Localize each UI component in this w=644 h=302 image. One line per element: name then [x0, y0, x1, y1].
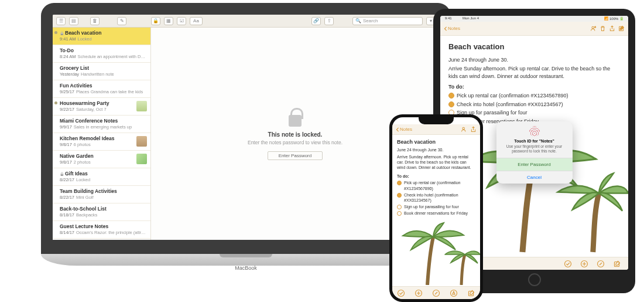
note-list-item[interactable]: To-Do 8:24 AMSchedule an appointment wit… — [53, 45, 150, 63]
back-label: Notes — [448, 26, 460, 31]
todo-text: Sign up for parasailing for four — [404, 204, 459, 209]
todo-checkbox[interactable] — [397, 181, 402, 185]
locked-title: This note is locked. — [268, 131, 323, 138]
note-list-item[interactable]: Beach vacation 9:41 AMLocked — [53, 28, 150, 45]
compose-new-icon[interactable] — [467, 289, 475, 297]
todo-header: To do: — [397, 174, 475, 179]
note-text: Arrive Sunday afternoon. Pick up rental … — [397, 154, 475, 171]
checklist-icon[interactable]: ☑ — [177, 17, 186, 25]
markup-icon[interactable] — [450, 289, 458, 297]
touchid-title: Touch ID for "Notes" — [496, 139, 573, 143]
iphone-bottom-toolbar — [392, 286, 480, 299]
lock-toolbar-icon[interactable]: 🔒 — [151, 17, 160, 25]
todo-item[interactable]: Pick up rental car (confirmation #X12345… — [397, 180, 475, 191]
back-label: Notes — [400, 127, 412, 132]
compose-icon[interactable] — [618, 25, 625, 32]
back-button[interactable]: Notes — [444, 26, 460, 31]
note-thumbnail — [136, 136, 147, 147]
todo-text: Book dinner reservations for Friday — [404, 211, 468, 216]
note-list-item[interactable]: Gift Ideas 8/22/17Locked — [53, 168, 150, 186]
note-list-item[interactable]: Grocery List YesterdayHandwritten note — [53, 63, 150, 80]
back-button[interactable]: Notes — [396, 127, 412, 132]
ipad-status-bar: 9:41 Mon Jun 4 📶 100% 🔋 — [440, 16, 628, 22]
todo-checkbox[interactable] — [397, 193, 402, 198]
mac-toolbar: ☰ ▤ 🗑 ✎ 🔒 ▦ ☑ Aa 🔗 ⇪ 🔍 Search ▾ — [53, 15, 439, 28]
note-thumbnail — [136, 154, 147, 164]
note-text: Arrive Sunday afternoon. Pick up rental … — [448, 65, 620, 80]
note-dates: June 24 through June 30. — [397, 147, 475, 152]
todo-item[interactable]: Pick up rental car (confirmation #X12345… — [448, 92, 620, 100]
note-title: Beach vacation — [448, 42, 620, 53]
share-icon[interactable] — [608, 25, 615, 32]
add-people-icon[interactable] — [590, 25, 597, 32]
sketch-icon[interactable] — [432, 289, 440, 297]
note-list-item[interactable]: Fun Activities 9/25/17Places Grandma can… — [53, 80, 150, 98]
todo-checkbox[interactable] — [397, 205, 402, 209]
touchid-subtitle: Use your fingerprint or enter your passw… — [496, 143, 573, 158]
attach-icon[interactable]: 🔗 — [311, 17, 321, 25]
todo-text: Pick up rental car (confirmation #X12345… — [404, 180, 475, 191]
todo-text: Check into hotel (confirmation #XX012345… — [404, 192, 475, 203]
camera-icon[interactable] — [580, 260, 588, 268]
list-view-icon[interactable]: ▤ — [69, 17, 78, 25]
todo-item[interactable]: Sign up for parasailing for four — [397, 204, 475, 209]
format-icon[interactable]: Aa — [190, 17, 203, 25]
locked-subtitle: Enter the notes password to view this no… — [248, 140, 342, 145]
enter-password-button[interactable]: Enter Password — [496, 158, 573, 171]
svg-point-3 — [565, 260, 571, 267]
home-button[interactable] — [528, 273, 541, 286]
todo-checkbox[interactable] — [448, 101, 454, 107]
search-placeholder: Search — [363, 18, 378, 23]
notes-sidebar: Beach vacation 9:41 AMLockedTo-Do 8:24 A… — [53, 28, 151, 240]
cancel-button[interactable]: Cancel — [496, 171, 573, 184]
todo-item[interactable]: Book dinner reservations for Friday — [397, 211, 475, 216]
note-list-item[interactable]: Team Building Activities 8/22/17Mini Gol… — [53, 186, 150, 203]
search-icon: 🔍 — [355, 18, 361, 23]
trash-icon[interactable]: 🗑 — [90, 17, 100, 25]
note-list-item[interactable]: Back-to-School List 8/18/17Backpacks — [53, 203, 150, 221]
checklist-icon[interactable] — [397, 289, 405, 297]
todo-text: Pick up rental car (confirmation #X12345… — [457, 92, 568, 100]
todo-text: Check into hotel (confirmation #XX012345… — [457, 101, 563, 108]
svg-point-0 — [591, 26, 593, 28]
todo-header: To do: — [448, 83, 620, 91]
search-input[interactable]: 🔍 Search — [352, 17, 423, 25]
note-list-item[interactable]: Miami Conference Notes 9/9/17Sales in em… — [53, 116, 150, 133]
note-title: Beach vacation — [397, 138, 475, 145]
add-people-icon[interactable] — [460, 126, 467, 133]
camera-icon[interactable] — [415, 289, 423, 297]
iphone-header: Notes — [392, 124, 480, 135]
iphone-device: Notes Beach vacation June 24 through Jun… — [389, 114, 483, 302]
note-list-item[interactable]: Summer Reading 8/5/17Goal: Read one book… — [53, 239, 150, 240]
compose-icon[interactable]: ✎ — [117, 17, 126, 25]
table-icon[interactable]: ▦ — [164, 17, 173, 25]
macbook-label: MacBook — [235, 265, 257, 271]
fingerprint-icon — [529, 126, 540, 137]
share-mac-icon[interactable]: ⇪ — [324, 17, 334, 25]
todo-item[interactable]: Check into hotel (confirmation #XX012345… — [397, 192, 475, 203]
note-list-item[interactable]: Native Garden 9/8/172 photos — [53, 151, 150, 168]
note-list-item[interactable]: Kitchen Remodel Ideas 9/8/176 photos — [53, 133, 150, 151]
todo-checkbox[interactable] — [397, 211, 402, 216]
note-list-item[interactable]: Housewarming Party 9/22/17Saturday, Oct … — [53, 98, 150, 116]
note-dates: June 24 through June 30. — [448, 56, 620, 64]
svg-point-7 — [462, 127, 464, 129]
compose-new-icon[interactable] — [613, 260, 621, 268]
todo-item[interactable]: Check into hotel (confirmation #XX012345… — [448, 101, 620, 108]
enter-password-button[interactable]: Enter Password — [268, 151, 323, 160]
share-icon[interactable] — [470, 126, 477, 133]
trash-icon[interactable] — [599, 25, 606, 32]
note-thumbnail — [136, 101, 147, 111]
svg-point-8 — [398, 290, 405, 296]
todo-checkbox[interactable] — [448, 93, 454, 99]
ipad-header: Notes — [440, 22, 628, 36]
touchid-dialog: Touch ID for "Notes" Use your fingerprin… — [496, 121, 573, 184]
sketch-area[interactable] — [392, 220, 480, 285]
sidebar-toggle-icon[interactable]: ☰ — [56, 17, 66, 25]
lock-icon — [287, 108, 303, 127]
note-list-item[interactable]: Guest Lecture Notes 8/14/17Occam's Razor… — [53, 221, 150, 239]
note-body: Beach vacation June 24 through June 30. … — [392, 135, 480, 220]
checklist-icon[interactable] — [564, 260, 572, 268]
sketch-icon[interactable] — [597, 260, 605, 268]
